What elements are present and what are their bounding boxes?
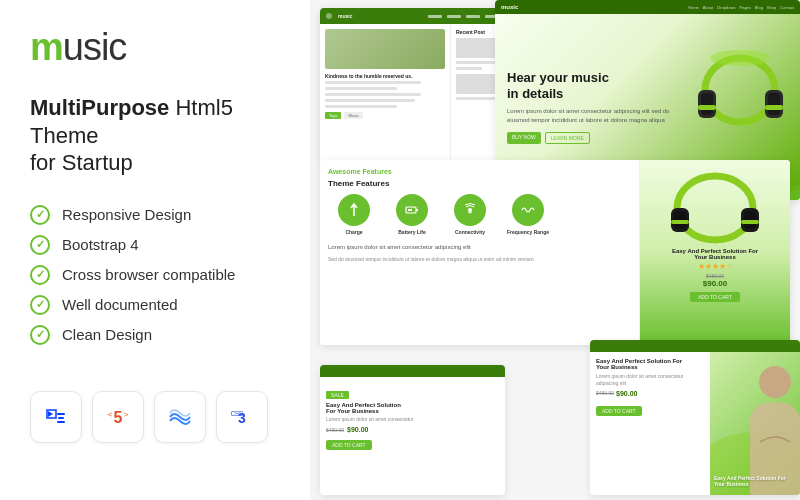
check-icon-clean [30,325,50,345]
feature-label-bootstrap: Bootstrap 4 [62,236,139,253]
blog-hero-img [325,29,445,69]
svg-rect-5 [57,421,65,423]
svg-rect-3 [57,413,65,415]
product-section: Easy And Perfect Solution ForYour Busine… [640,160,790,345]
badge-behance[interactable] [30,391,82,443]
badge-bootstrap[interactable] [154,391,206,443]
blog-tag: Tags [325,112,341,119]
badge-html5[interactable]: 5 < > [92,391,144,443]
bottom-nav-bar [320,365,505,377]
feature-item: Connectivity [444,194,496,235]
hero-nav-item: Dropdown [717,5,735,10]
nav-dot [326,13,332,19]
mockup-nav-topleft: music [320,8,505,24]
left-panel: m usic MultiPurpose Html5 Themefor Start… [0,0,310,500]
card-price-old: $489.00 [326,427,344,433]
feature-icon-battery [396,194,428,226]
bottom-add-cart-btn[interactable]: ADD TO CART [326,440,372,450]
svg-rect-26 [416,209,418,211]
hero-nav-item: Shop [767,5,776,10]
person-illustration [710,352,800,495]
feature-icon-connectivity [454,194,486,226]
svg-text:S: S [239,410,244,417]
svg-rect-20 [768,93,780,115]
bottom-left-content: SALE Easy And Perfect SolutionFor Your B… [320,377,505,457]
hero-text: Hear your musicin details Lorem ipsum do… [507,70,693,144]
nav-links [428,15,499,18]
sidebar-img [456,74,500,94]
feature-clean: Clean Design [30,325,280,345]
br-product-title: Easy And Perfect Solution ForYour Busine… [596,358,704,370]
svg-text:5: 5 [114,409,123,426]
bottom-right-body: Easy And Perfect Solution ForYour Busine… [590,352,800,495]
blog-text-line [325,93,421,96]
product-stars: ★★★★☆ [698,262,733,271]
feature-responsive: Responsive Design [30,205,280,225]
product-headphone [665,168,765,248]
feature-item: Charge [328,194,380,235]
blog-text-line [325,81,421,84]
feature-bootstrap: Bootstrap 4 [30,235,280,255]
hero-subtitle: Lorem ipsum dolor sit amet consectetur a… [507,107,683,124]
add-to-cart-btn[interactable]: ADD TO CART [690,292,740,302]
svg-rect-33 [671,220,689,224]
badge-css3[interactable]: 3 C S S [216,391,268,443]
hero-nav-links: Home About Dropdown Pages Blog Shop Cont… [688,5,794,10]
nav-link [466,15,480,18]
bottom-right-left-col: Easy And Perfect Solution ForYour Busine… [590,352,710,495]
svg-point-36 [759,366,791,398]
buy-now-btn[interactable]: BUY NOW [507,132,541,144]
sidebar-img [456,38,500,58]
product-price-new: $90.00 [703,279,727,288]
mockup-bottomright: Easy And Perfect Solution ForYour Busine… [590,340,800,495]
product-card-title: Easy And Perfect SolutionFor Your Busine… [326,402,499,414]
br-product-desc: Lorem ipsum dolor sit amet consectetur a… [596,373,704,387]
logo-letter: m [30,28,63,66]
sidebar-line [456,61,496,64]
blog-main: Kindness to the humble reserved us. Tags… [320,24,450,163]
mockup-middle: Awesome Features Theme Features Charge [320,160,790,345]
svg-rect-4 [58,417,64,419]
blog-post-title: Kindness to the humble reserved us. [325,73,445,79]
product-card-price-row: $489.00 $90.00 [326,426,499,433]
hero-nav-item: About [703,5,713,10]
br-right-label: Easy And Perfect Solution ForYour Busine… [714,475,796,487]
learn-more-btn[interactable]: LEARN MORE [545,132,590,144]
logo-rest: usic [63,28,127,66]
hero-nav-item: Home [688,5,699,10]
br-price-new: $90.00 [616,390,637,397]
feature-details: Sed do eiusmod tempor incididunt ut labo… [328,256,631,264]
feature-item: Frequency Range [502,194,554,235]
sidebar-line [456,67,482,70]
check-icon-documented [30,295,50,315]
nav-link [447,15,461,18]
tech-badges: 5 < > 3 C S S [30,391,280,443]
svg-rect-22 [698,105,716,110]
hero-nav-item: Blog [755,5,763,10]
svg-point-28 [677,176,753,240]
feature-crossbrowser: Cross browser compatible [30,265,280,285]
mockup-topleft: music Kindness to the humble reserved us… [320,8,505,163]
svg-rect-25 [408,209,412,211]
feature-icon-charge [338,194,370,226]
check-icon-responsive [30,205,50,225]
hero-logo: music [501,4,518,10]
feature-documented: Well documented [30,295,280,315]
svg-point-27 [468,208,472,212]
feature-description: Lorem ipsum dolor sit amet consectetur a… [328,243,631,252]
svg-rect-23 [765,105,783,110]
feature-item: Battery Life [386,194,438,235]
br-add-cart-btn[interactable]: ADD TO CART [596,406,642,416]
nav-link [428,15,442,18]
tagline: MultiPurpose Html5 Themefor Startup [30,94,280,177]
svg-point-21 [710,50,770,66]
feature-label-crossbrowser: Cross browser compatible [62,266,235,283]
hero-title: Hear your musicin details [507,70,683,101]
br-right-text: Easy And Perfect Solution ForYour Busine… [714,475,796,487]
feature-icon-label: Battery Life [386,229,438,235]
hero-nav-item: Contact [780,5,794,10]
feature-icon-label: Frequency Range [502,229,554,235]
mockup-bottomleft: SALE Easy And Perfect SolutionFor Your B… [320,365,505,495]
hero-nav-item: Pages [740,5,751,10]
mockup-container: music Kindness to the humble reserved us… [310,0,800,500]
